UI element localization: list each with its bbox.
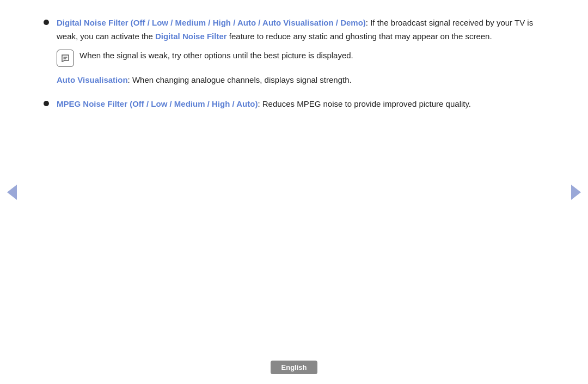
next-arrow-button[interactable] — [569, 181, 583, 203]
right-chevron-icon — [571, 185, 581, 200]
language-button[interactable]: English — [271, 361, 318, 374]
feature-list: Digital Noise Filter (Off / Low / Medium… — [44, 16, 544, 111]
bullet-dot — [44, 101, 49, 106]
bullet-dot — [44, 20, 49, 25]
digital-noise-filter-link[interactable]: Digital Noise Filter (Off / Low / Medium… — [57, 18, 366, 27]
digital-noise-filter-inline-link[interactable]: Digital Noise Filter — [155, 32, 227, 41]
auto-vis-line: Auto Visualisation: When changing analog… — [57, 74, 544, 87]
bullet1-body2: feature to reduce any static and ghostin… — [227, 32, 492, 41]
mpeg-noise-filter-link[interactable]: MPEG Noise Filter (Off / Low / Medium / … — [57, 99, 258, 108]
main-content: Digital Noise Filter (Off / Low / Medium… — [0, 0, 588, 361]
note-text: When the signal is weak, try other optio… — [79, 49, 353, 63]
bullet2-body: : Reduces MPEG noise to provide improved… — [258, 99, 471, 108]
bottom-bar: English — [0, 361, 588, 384]
list-item: Digital Noise Filter (Off / Low / Medium… — [44, 16, 544, 87]
list-item: MPEG Noise Filter (Off / Low / Medium / … — [44, 97, 544, 111]
bullet1-content: Digital Noise Filter (Off / Low / Medium… — [57, 16, 544, 87]
auto-visualisation-link[interactable]: Auto Visualisation — [57, 75, 128, 84]
page-container: Digital Noise Filter (Off / Low / Medium… — [0, 0, 588, 384]
prev-arrow-button[interactable] — [5, 181, 19, 203]
bullet2-content: MPEG Noise Filter (Off / Low / Medium / … — [57, 97, 544, 111]
note-icon — [57, 50, 74, 67]
auto-vis-body: : When changing analogue channels, displ… — [128, 75, 352, 84]
left-chevron-icon — [7, 185, 17, 200]
note-box: When the signal is weak, try other optio… — [57, 49, 544, 67]
